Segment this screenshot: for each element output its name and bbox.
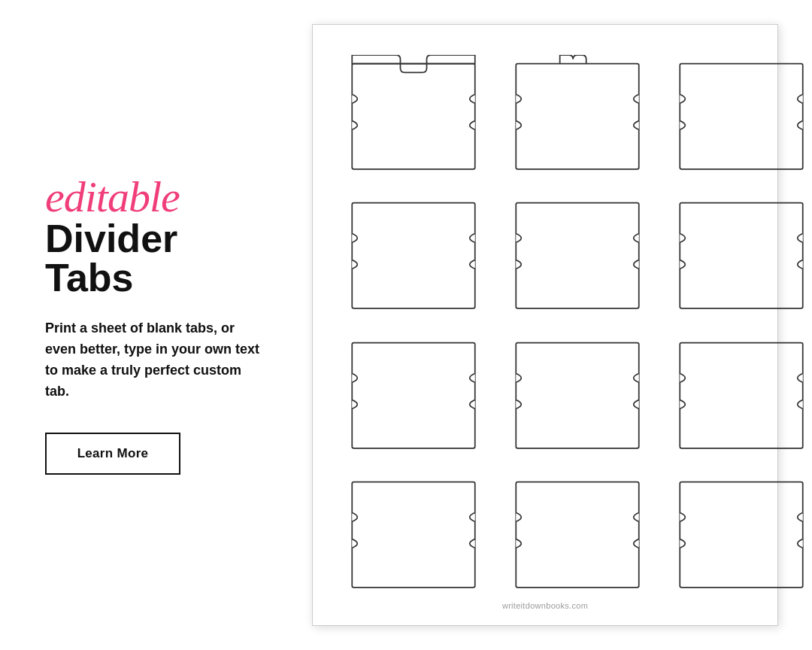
- svg-rect-0: [352, 64, 474, 169]
- right-panel: writeitdownbooks.com: [293, 0, 812, 650]
- main-title: Divider Tabs: [45, 219, 263, 297]
- svg-rect-3: [352, 203, 474, 308]
- tab-shape: [343, 194, 484, 320]
- tab-shape: [671, 334, 812, 460]
- tab-shape: [343, 334, 484, 460]
- tab-shape: [671, 55, 812, 181]
- svg-rect-7: [516, 343, 638, 448]
- tab-shape: [671, 473, 812, 599]
- svg-rect-10: [516, 482, 638, 588]
- title-block: editable Divider Tabs: [45, 175, 263, 297]
- tabs-grid: [343, 47, 747, 595]
- left-panel: editable Divider Tabs Print a sheet of b…: [0, 0, 293, 650]
- svg-rect-6: [352, 343, 474, 448]
- editable-title: editable: [45, 175, 263, 219]
- learn-more-button[interactable]: Learn More: [45, 433, 180, 475]
- svg-rect-4: [516, 203, 638, 308]
- svg-rect-8: [680, 343, 802, 448]
- tab-shape: [343, 473, 484, 599]
- page-container: editable Divider Tabs Print a sheet of b…: [0, 0, 812, 650]
- svg-rect-9: [352, 482, 474, 588]
- tab-shape: [343, 55, 484, 181]
- tab-shape: [507, 55, 648, 181]
- tab-shape: [507, 194, 648, 320]
- svg-rect-2: [680, 64, 802, 169]
- watermark-text: writeitdownbooks.com: [502, 601, 588, 610]
- tab-shape: [507, 473, 648, 599]
- paper-sheet: writeitdownbooks.com: [312, 24, 778, 626]
- svg-rect-5: [680, 203, 802, 308]
- svg-rect-11: [680, 482, 802, 588]
- svg-rect-1: [516, 64, 638, 169]
- description-text: Print a sheet of blank tabs, or even bet…: [45, 318, 263, 402]
- tab-shape: [671, 194, 812, 320]
- tab-shape: [507, 334, 648, 460]
